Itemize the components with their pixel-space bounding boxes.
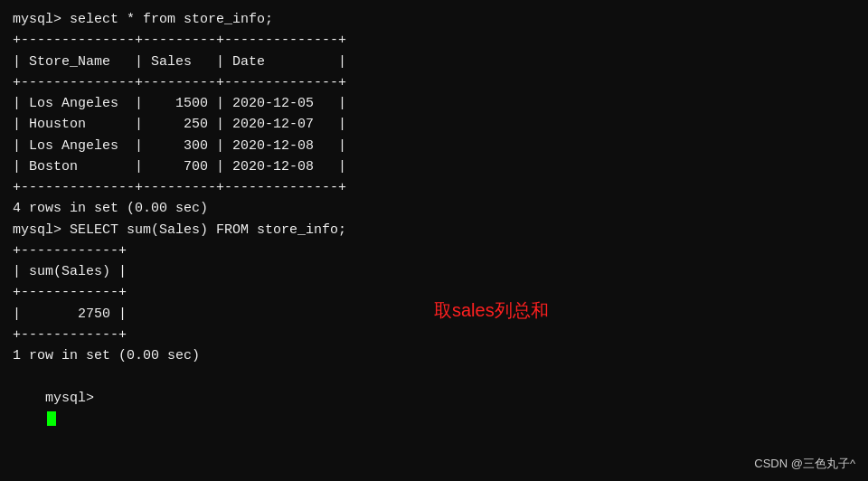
data-row-3: | Los Angeles | 300 | 2020-12-08 |	[13, 136, 855, 156]
data-row-4: | Boston | 700 | 2020-12-08 |	[13, 156, 855, 177]
sep-line-2: +--------------+---------+--------------…	[13, 72, 855, 93]
header-row-1: | Store_Name | Sales | Date |	[13, 52, 855, 72]
cmd-line-2: mysql> SELECT sum(Sales) FROM store_info…	[13, 220, 855, 240]
cmd-line-3: mysql>	[13, 366, 855, 450]
watermark-text: CSDN @三色丸子^	[754, 456, 855, 472]
sep-line-3: +--------------+---------+--------------…	[13, 177, 855, 198]
header-row-2: | sum(Sales) |	[13, 261, 855, 282]
cmd-line-1: mysql> select * from store_info;	[13, 9, 855, 30]
result-rows-1: 4 rows in set (0.00 sec)	[13, 198, 855, 219]
result-rows-2: 1 row in set (0.00 sec)	[13, 345, 855, 366]
sep-line-4: +------------+	[13, 240, 855, 261]
annotation-label: 取sales列总和	[434, 298, 549, 323]
sep-line-1: +--------------+---------+--------------…	[13, 30, 855, 51]
prompt-text: mysql>	[45, 391, 102, 406]
terminal-cursor	[47, 411, 56, 426]
sep-line-6: +------------+	[13, 325, 855, 345]
data-row-2: | Houston | 250 | 2020-12-07 |	[13, 114, 855, 135]
data-row-1: | Los Angeles | 1500 | 2020-12-05 |	[13, 93, 855, 114]
terminal-window: mysql> select * from store_info; +------…	[0, 0, 868, 481]
